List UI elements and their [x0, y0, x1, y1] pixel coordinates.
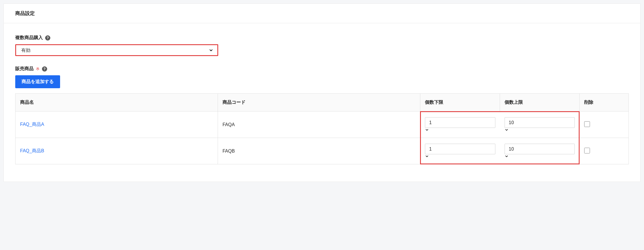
required-mark: ※ — [36, 66, 40, 72]
th-delete: 削除 — [580, 94, 629, 111]
chevron-down-icon — [505, 154, 575, 158]
cell-min: 1 — [420, 111, 500, 138]
cell-name: FAQ_商品A — [16, 111, 218, 138]
max-qty-select[interactable]: 10 — [505, 117, 575, 128]
min-qty-select[interactable]: 1 — [425, 144, 495, 154]
multi-purchase-label: 複数商品購入 — [15, 35, 43, 41]
min-select-wrap: 1 — [425, 117, 495, 132]
table-row: FAQ_商品B FAQB 1 — [16, 138, 629, 164]
min-select-wrap: 1 — [425, 144, 495, 158]
max-qty-select[interactable]: 10 — [505, 144, 575, 154]
chevron-down-icon — [425, 154, 495, 158]
multi-purchase-select[interactable]: 有効 — [16, 45, 217, 55]
section-title: 商品設定 — [15, 10, 629, 17]
table-header-row: 商品名 商品コード 個数下限 個数上限 削除 — [16, 94, 629, 111]
multi-purchase-label-row: 複数商品購入 ? — [15, 35, 629, 41]
cell-min: 1 — [420, 138, 500, 164]
products-field: 販売商品 ※ ? 商品を追加する 商品名 商品コード 個数下限 個数上限 削除 — [15, 66, 629, 164]
delete-checkbox[interactable] — [584, 148, 590, 153]
multi-purchase-field: 複数商品購入 ? 有効 — [15, 35, 629, 56]
chevron-down-icon — [505, 128, 575, 132]
help-icon[interactable]: ? — [42, 66, 47, 72]
th-min: 個数下限 — [420, 94, 500, 111]
add-product-button[interactable]: 商品を追加する — [15, 75, 60, 88]
th-code: 商品コード — [218, 94, 420, 111]
cell-code: FAQA — [218, 111, 420, 138]
th-max: 個数上限 — [500, 94, 580, 111]
panel-header: 商品設定 — [4, 4, 640, 23]
help-icon[interactable]: ? — [45, 35, 50, 41]
min-qty-select[interactable]: 1 — [425, 117, 495, 128]
product-link[interactable]: FAQ_商品A — [20, 122, 44, 127]
max-select-wrap: 10 — [505, 117, 575, 132]
product-link[interactable]: FAQ_商品B — [20, 148, 44, 153]
multi-purchase-select-wrap: 有効 — [15, 44, 218, 56]
panel-body: 複数商品購入 ? 有効 販売商品 ※ ? 商品を追加する — [4, 23, 640, 182]
product-settings-panel: 商品設定 複数商品購入 ? 有効 販売商品 ※ ? — [3, 3, 641, 182]
products-label-row: 販売商品 ※ ? — [15, 66, 629, 72]
cell-delete — [580, 111, 629, 138]
products-table: 商品名 商品コード 個数下限 個数上限 削除 FAQ_商品A FAQA — [15, 93, 629, 164]
max-select-wrap: 10 — [505, 144, 575, 158]
chevron-down-icon — [425, 128, 495, 132]
cell-delete — [580, 138, 629, 164]
table-row: FAQ_商品A FAQA 1 — [16, 111, 629, 138]
cell-max: 10 — [500, 138, 580, 164]
products-label: 販売商品 — [15, 66, 34, 72]
cell-code: FAQB — [218, 138, 420, 164]
cell-max: 10 — [500, 111, 580, 138]
cell-name: FAQ_商品B — [16, 138, 218, 164]
delete-checkbox[interactable] — [584, 121, 590, 127]
th-name: 商品名 — [16, 94, 218, 111]
